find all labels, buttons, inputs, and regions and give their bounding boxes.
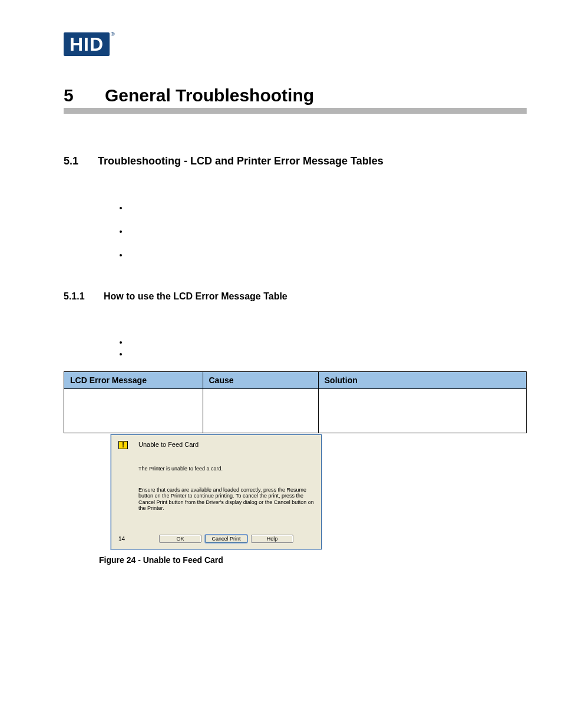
figure-caption: Figure 24 - Unable to Feed Card xyxy=(99,555,527,565)
dialog-message: The Printer is unable to feed a card. xyxy=(138,466,314,472)
bullet-item xyxy=(128,349,527,361)
bullet-item xyxy=(128,226,527,250)
logo-registered: ® xyxy=(111,31,115,37)
dialog-title: Unable to Feed Card xyxy=(138,441,199,448)
chapter-number: 5 xyxy=(64,85,105,106)
table-row xyxy=(64,389,527,433)
table-cell xyxy=(203,389,318,433)
table-header-cause: Cause xyxy=(203,372,318,389)
ok-button[interactable]: OK xyxy=(159,535,201,543)
section-heading: 5.1 Troubleshooting - LCD and Printer Er… xyxy=(64,155,527,167)
subsection-heading: 5.1.1 How to use the LCD Error Message T… xyxy=(64,291,527,302)
table-header-solution: Solution xyxy=(318,372,526,389)
section-title: Troubleshooting - LCD and Printer Error … xyxy=(98,155,384,167)
logo-text: HID xyxy=(64,32,110,56)
table-header-message: LCD Error Message xyxy=(64,372,203,389)
dialog-help-text: Ensure that cards are available and load… xyxy=(138,487,314,511)
section-bullets xyxy=(117,203,527,274)
divider xyxy=(64,108,527,114)
error-message-table: LCD Error Message Cause Solution xyxy=(64,371,527,433)
bullet-item xyxy=(128,250,527,274)
table-cell xyxy=(64,389,203,433)
help-button[interactable]: Help xyxy=(251,535,293,543)
warning-icon: ! xyxy=(118,441,128,449)
bullet-item xyxy=(128,337,527,349)
section-number: 5.1 xyxy=(64,155,98,167)
brand-logo: HID® xyxy=(64,32,527,56)
subsection-title: How to use the LCD Error Message Table xyxy=(104,291,287,302)
error-dialog: ! Unable to Feed Card The Printer is una… xyxy=(111,434,322,549)
chapter-title: General Troubleshooting xyxy=(105,85,314,106)
bullet-item xyxy=(128,203,527,226)
subsection-number: 5.1.1 xyxy=(64,291,104,302)
dialog-count: 14 xyxy=(118,536,138,542)
table-cell xyxy=(318,389,526,433)
cancel-print-button[interactable]: Cancel Print xyxy=(205,535,247,543)
subsection-bullets xyxy=(117,337,527,361)
chapter-heading: 5 General Troubleshooting xyxy=(64,85,527,106)
